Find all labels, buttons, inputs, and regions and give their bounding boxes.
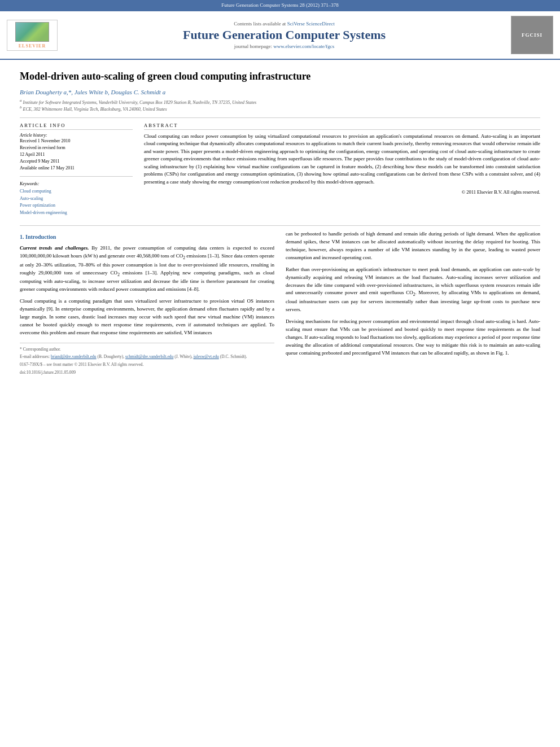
body-text: 1. Introduction Current trends and chall… [20, 230, 540, 377]
journal-header: ELSEVIER Contents lists available at Sci… [0, 10, 560, 60]
email-dougherty[interactable]: briand@dre.vanderbilt.edu [51, 354, 97, 359]
elsevier-text: ELSEVIER [19, 43, 46, 49]
abstract-section: ABSTRACT Cloud computing can reduce powe… [144, 123, 540, 217]
sciverse-link[interactable]: SciVerse ScienceDirect [287, 21, 335, 27]
abstract-copyright: © 2011 Elsevier B.V. All rights reserved… [144, 189, 540, 195]
received-date: Received 1 November 2010 Received in rev… [20, 138, 133, 172]
fgcisi-logo: FGCISI [511, 16, 553, 54]
journal-homepage-link[interactable]: www.elsevier.com/locate/fgcs [273, 43, 334, 49]
affiliations: a Institute for Software Integrated Syst… [20, 98, 540, 111]
abstract-text: Cloud computing can reduce power consump… [144, 133, 540, 186]
email-white[interactable]: julesw@vt.edu [194, 354, 219, 359]
article-info: ARTICLE INFO Article history: Received 1… [20, 123, 133, 217]
right-para-1: can be prebooted to handle periods of hi… [286, 230, 540, 262]
body-para-2: Cloud computing is a computing paradigm … [20, 298, 274, 337]
elsevier-tree-image [15, 22, 49, 42]
keywords-block: Keywords: Cloud computing Auto-scaling P… [20, 181, 133, 217]
history-label: Article history: [20, 133, 133, 138]
footnote-corresponding: * Corresponding author. [20, 346, 274, 353]
authors: Brian Dougherty a,*, Jules White b, Doug… [20, 89, 540, 95]
paper-title: Model-driven auto-scaling of green cloud… [20, 70, 540, 83]
keyword-2: Auto-scaling [20, 195, 133, 203]
keyword-3: Power optimization [20, 202, 133, 209]
journal-header-center: Contents lists available at SciVerse Sci… [63, 21, 505, 49]
journal-citation: Future Generation Computer Systems 28 (2… [221, 2, 338, 8]
elsevier-logo: ELSEVIER [7, 20, 58, 51]
right-para-3: Devising mechanisms for reducing power c… [286, 318, 540, 357]
email-schmidt[interactable]: schmidt@dre.vanderbilt.edu [125, 354, 173, 359]
keyword-4: Model-driven engineering [20, 209, 133, 217]
info-abstract-section: ARTICLE INFO Article history: Received 1… [20, 123, 540, 217]
article-info-heading: ARTICLE INFO [20, 123, 133, 130]
history-block: Article history: Received 1 November 201… [20, 133, 133, 172]
right-para-2: Rather than over-provisioning an applica… [286, 266, 540, 314]
keywords-label: Keywords: [20, 181, 133, 186]
keyword-1: Cloud computing [20, 188, 133, 195]
journal-title: Future Generation Computer Systems [63, 28, 505, 42]
divider-2 [20, 225, 540, 226]
top-bar: Future Generation Computer Systems 28 (2… [0, 0, 560, 10]
journal-homepage: journal homepage: www.elsevier.com/locat… [63, 43, 505, 49]
divider-1 [20, 117, 540, 118]
footer: * Corresponding author. E-mail addresses… [20, 343, 274, 376]
divider-info [20, 176, 133, 177]
footnote-doi: doi:10.1016/j.future.2011.05.009 [20, 369, 274, 376]
authors-text: Brian Dougherty a,*, Jules White b, Doug… [20, 89, 165, 95]
subsection-para-1: Current trends and challenges. By 2011, … [20, 244, 274, 294]
affil-sup-a: a [20, 98, 22, 103]
col-right: can be prebooted to handle periods of hi… [286, 230, 540, 377]
affil-sup-b: b [20, 105, 22, 110]
footnote-copyright: 0167-739X/$ – see front matter © 2011 El… [20, 361, 274, 368]
footnote-email: E-mail addresses: briand@dre.vanderbilt.… [20, 353, 274, 360]
elsevier-logo-area: ELSEVIER [7, 20, 58, 51]
paper-content: Model-driven auto-scaling of green cloud… [0, 60, 560, 388]
col-left: 1. Introduction Current trends and chall… [20, 230, 274, 377]
subsection-title-1: Current trends and challenges. [20, 245, 89, 251]
abstract-heading: ABSTRACT [144, 123, 540, 130]
intro-heading: 1. Introduction [20, 233, 274, 242]
sciverse-line: Contents lists available at SciVerse Sci… [63, 21, 505, 27]
affiliation-b: ECE, 302 Whittemore Hall, Virginia Tech,… [23, 107, 167, 112]
affiliation-a: Institute for Software Integrated System… [23, 100, 257, 105]
